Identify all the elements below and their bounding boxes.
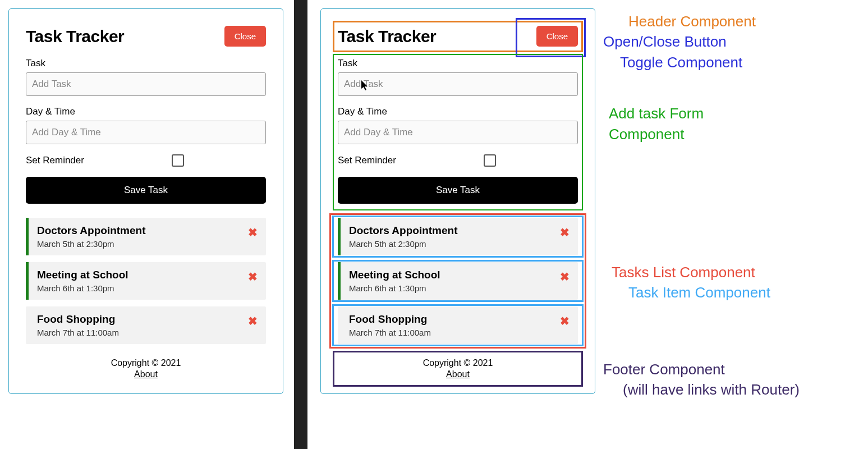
add-task-form: Task Day & Time Set Reminder Save Task [338,58,578,204]
legend-form-line1: Add task Form [609,103,861,123]
task-title: Meeting at School [349,269,570,281]
legend-tasks: Tasks List Component [612,262,861,282]
legend-taskitem: Task Item Component [628,282,861,303]
daytime-label: Day & Time [338,106,578,117]
task-item[interactable]: Doctors Appointment March 5th at 2:30pm … [338,218,578,255]
task-title: Doctors Appointment [37,224,258,237]
task-label: Task [26,58,266,69]
legend-footer-line1: Footer Component [603,359,861,379]
task-item[interactable]: Meeting at School March 6th at 1:30pm ✖ [338,262,578,300]
footer: Copyright © 2021 About [338,355,578,382]
task-time: March 7th at 11:00am [349,328,570,337]
copyright-text: Copyright © 2021 [338,358,578,368]
header: Task Tracker Close [26,26,266,47]
legend-toggle-line2: Toggle Component [620,52,861,72]
tasks-list: Doctors Appointment March 5th at 2:30pm … [338,218,578,344]
reminder-label: Set Reminder [26,155,172,166]
copyright-text: Copyright © 2021 [26,358,266,368]
tasks-list: Doctors Appointment March 5th at 2:30pm … [26,218,266,344]
reminder-label: Set Reminder [338,155,484,166]
delete-icon[interactable]: ✖ [560,270,570,283]
delete-icon[interactable]: ✖ [248,314,258,328]
legend-header: Header Component [628,11,861,31]
header: Task Tracker Close [338,26,578,47]
about-link[interactable]: About [446,369,470,379]
save-task-button[interactable]: Save Task [338,177,578,204]
legend-footer-line2: (will have links with Router) [623,379,861,400]
close-button[interactable]: Close [536,26,578,47]
task-tracker-card-left: Task Tracker Close Task Day & Time Set R… [8,8,283,394]
daytime-input[interactable] [338,121,578,144]
delete-icon[interactable]: ✖ [248,226,258,239]
footer: Copyright © 2021 About [26,355,266,382]
task-title: Food Shopping [37,313,258,326]
app-title: Task Tracker [338,27,436,46]
delete-icon[interactable]: ✖ [560,314,570,328]
legend: Header Component Open/Close Button Toggl… [603,11,861,400]
task-time: March 6th at 1:30pm [37,283,258,293]
app-title: Task Tracker [26,27,124,46]
close-button[interactable]: Close [224,26,266,47]
task-input[interactable] [338,72,578,96]
legend-form-line2: Component [609,124,861,144]
task-time: March 5th at 2:30pm [37,239,258,249]
task-input[interactable] [26,72,266,96]
task-title: Doctors Appointment [349,224,570,237]
task-time: March 7th at 11:00am [37,328,258,337]
reminder-checkbox[interactable] [484,154,496,167]
add-task-form: Task Day & Time Set Reminder Save Task [26,58,266,204]
daytime-label: Day & Time [26,106,266,117]
vertical-divider [294,0,307,449]
save-task-button[interactable]: Save Task [26,177,266,204]
task-item[interactable]: Meeting at School March 6th at 1:30pm ✖ [26,262,266,300]
delete-icon[interactable]: ✖ [560,226,570,239]
delete-icon[interactable]: ✖ [248,270,258,283]
task-label: Task [338,58,578,69]
task-item[interactable]: Food Shopping March 7th at 11:00am ✖ [26,306,266,344]
task-time: March 5th at 2:30pm [349,239,570,249]
reminder-checkbox[interactable] [172,154,184,167]
annotation-footer-box [333,351,583,387]
task-item[interactable]: Doctors Appointment March 5th at 2:30pm … [26,218,266,255]
legend-toggle-line1: Open/Close Button [603,31,861,52]
about-link[interactable]: About [134,369,158,379]
task-tracker-card-right: Task Tracker Close Task Day & Time Set R… [320,8,595,394]
task-time: March 6th at 1:30pm [349,283,570,293]
task-item[interactable]: Food Shopping March 7th at 11:00am ✖ [338,306,578,344]
task-title: Meeting at School [37,269,258,281]
daytime-input[interactable] [26,121,266,144]
task-title: Food Shopping [349,313,570,326]
